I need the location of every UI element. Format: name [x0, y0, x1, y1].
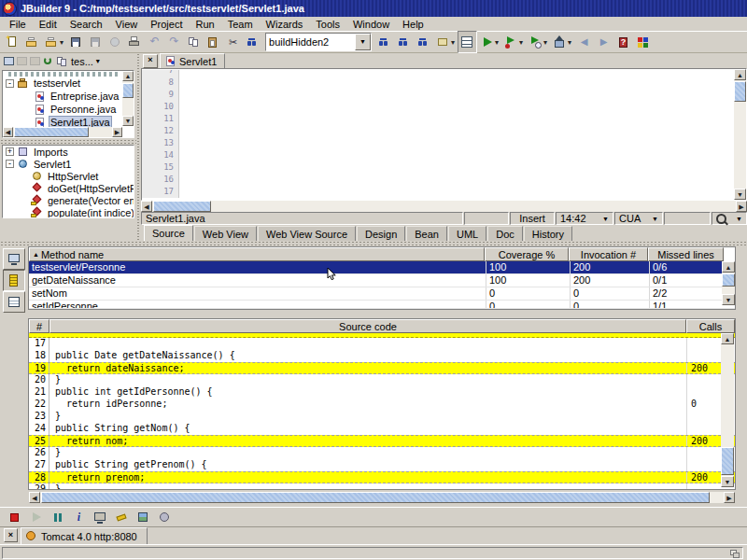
menu-item[interactable]: Help — [397, 18, 430, 31]
toolbar-button[interactable]: ▾ — [633, 31, 653, 53]
dropdown-caret-icon[interactable]: ▾ — [519, 38, 523, 47]
scrollbar-thumb[interactable] — [14, 127, 89, 137]
toolbar-button[interactable]: ▾ — [3, 31, 22, 53]
code-line[interactable]: 14 response.setContentType("text/html"); — [142, 149, 746, 161]
run-toolbar-button[interactable] — [91, 509, 110, 526]
structure-item[interactable]: doGet(HttpServletReque — [3, 182, 134, 194]
source-row[interactable]: 24 public String getNom() { — [29, 423, 735, 435]
source-row[interactable]: 27 public String getPrenom() { — [29, 459, 735, 471]
editor-hscrollbar[interactable]: ◀ ▶ — [141, 201, 747, 212]
toolbar-button[interactable]: ▾ — [501, 31, 526, 53]
source-row[interactable]: 25 return nom; 200 — [29, 435, 735, 447]
toolbar-button[interactable]: ▾ — [184, 31, 204, 53]
source-row[interactable]: 19 return dateNaissance; 200 — [29, 362, 735, 374]
toolbar-button[interactable]: ▾ — [145, 31, 164, 53]
tree-expander[interactable]: - — [6, 160, 14, 168]
title-bar[interactable]: JBuilder 9 - C:/tmp/testservlet/src/test… — [0, 0, 747, 17]
menu-item[interactable]: Search — [64, 18, 108, 31]
run-toolbar-button[interactable] — [5, 509, 24, 526]
toolbar-button[interactable]: ▾ — [433, 31, 458, 53]
menu-item[interactable]: Project — [145, 18, 188, 31]
dropdown-caret-icon[interactable]: ▾ — [568, 38, 571, 47]
scroll-down-button[interactable]: ▼ — [722, 294, 735, 305]
window-state-icon[interactable] — [728, 547, 740, 559]
structure-item[interactable]: - Servlet1 — [3, 158, 134, 170]
scroll-left-button[interactable]: ◀ — [3, 127, 13, 137]
menu-item[interactable]: File — [4, 18, 32, 31]
source-row[interactable]: 29 } — [29, 483, 735, 489]
scroll-up-button[interactable]: ▲ — [721, 333, 734, 344]
code-line[interactable]: 12 public void doGet(HttpServletRequest … — [142, 125, 746, 137]
scrollbar-thumb[interactable] — [734, 81, 746, 102]
scroll-left-button[interactable]: ◀ — [141, 201, 152, 212]
code-line[interactable]: 11 public class Servlet1 extends HttpSer… — [142, 113, 746, 125]
method-row[interactable]: setIdPersonne 0 0 1/1 — [29, 301, 735, 309]
toolbar-button[interactable]: ▾ — [458, 31, 477, 53]
dropdown-caret-icon[interactable]: ▾ — [495, 38, 499, 47]
scrollbar-thumb[interactable] — [721, 447, 734, 475]
project-selector[interactable]: tes... ▾ — [71, 56, 100, 67]
toolbar-button[interactable]: ▾ — [574, 31, 594, 53]
source-row[interactable]: 21 public int getIdPersonne() { — [29, 386, 735, 399]
run-toolbar-button[interactable] — [69, 509, 89, 526]
view-tab[interactable]: Source — [144, 225, 193, 241]
project-toolbar-button[interactable] — [42, 55, 54, 67]
tree-expander[interactable]: - — [6, 79, 14, 88]
source-table-hscrollbar[interactable]: ◀ ▶ — [29, 492, 735, 503]
column-header-coverage[interactable]: Coverage % — [485, 247, 569, 261]
structure-item[interactable]: HttpServlet — [3, 170, 134, 182]
toolbar-button[interactable]: ▾ — [594, 31, 613, 53]
scroll-right-button[interactable]: ▶ — [112, 127, 122, 137]
column-header-calls[interactable]: Calls — [686, 319, 735, 333]
column-header-line[interactable]: # — [29, 319, 49, 333]
code-line[interactable]: 13 try { — [142, 137, 746, 149]
project-toolbar-button[interactable] — [55, 55, 67, 67]
source-row[interactable]: 26 } — [29, 447, 735, 459]
view-tab[interactable]: Bean — [406, 226, 447, 241]
source-row[interactable]: 17 — [29, 338, 735, 350]
code-line[interactable]: 9 import java.text.ParseException; — [142, 89, 746, 101]
source-row[interactable]: 23 } — [29, 411, 735, 423]
source-row[interactable]: 28 return prenom; 200 — [29, 471, 735, 483]
toolbar-button[interactable]: ▾ — [550, 31, 574, 53]
scroll-down-button[interactable]: ▼ — [734, 189, 746, 200]
menu-item[interactable]: View — [110, 18, 144, 31]
structure-item[interactable]: + Imports — [3, 146, 134, 158]
view-tab[interactable]: Doc — [487, 226, 523, 241]
toolbar-button[interactable]: ▾ — [414, 31, 433, 53]
tree-expander[interactable]: + — [6, 147, 14, 156]
column-header-invocation[interactable]: Invocation # — [569, 247, 648, 261]
code-line[interactable]: 8 import java.text.*; — [142, 77, 746, 89]
project-toolbar-button[interactable] — [3, 55, 15, 67]
scrollbar-thumb[interactable] — [41, 492, 710, 503]
method-row[interactable]: getDateNaissance 100 200 0/1 — [29, 274, 735, 287]
close-file-button[interactable]: × — [143, 54, 158, 68]
status-insert-mode[interactable]: Insert — [510, 212, 555, 225]
scrollbar-thumb[interactable] — [122, 83, 134, 98]
dropdown-caret-icon[interactable]: ▾ — [543, 38, 547, 47]
code-line[interactable]: 16 Vector entreprises = new Vector(); — [142, 174, 746, 186]
scroll-left-button[interactable]: ◀ — [29, 492, 40, 503]
method-table-vscrollbar[interactable]: ▲ ▼ — [722, 261, 735, 305]
toolbar-button[interactable]: ▾ — [86, 31, 106, 53]
scroll-right-button[interactable]: ▶ — [736, 201, 747, 212]
toolbar-button[interactable]: ▾ — [42, 31, 66, 53]
source-row[interactable]: 20 } — [29, 374, 735, 386]
pane-splitter[interactable] — [0, 139, 136, 144]
column-header-method-name[interactable]: ▲ Method name — [29, 247, 485, 261]
status-caret-position[interactable]: 14:42 ▼ — [556, 212, 613, 225]
scrollbar-thumb[interactable] — [722, 273, 735, 287]
project-tree-hscrollbar[interactable]: ◀ ▶ — [3, 127, 122, 137]
project-tree-item[interactable]: Entreprise.java — [3, 90, 134, 103]
menu-item[interactable]: Window — [347, 18, 395, 31]
scrollbar-thumb[interactable] — [153, 201, 211, 212]
source-row[interactable]: 18 public Date getDateNaissance() { — [29, 350, 735, 362]
source-row[interactable]: 22 return idPersonne; 0 — [29, 399, 735, 411]
code-line[interactable]: 17 for (int i=0; i<100; i++) { — [142, 186, 746, 198]
editor-tab[interactable]: Servlet1 — [160, 53, 225, 68]
project-toolbar-button[interactable] — [16, 55, 28, 67]
scroll-up-button[interactable]: ▲ — [122, 71, 134, 81]
scroll-down-button[interactable]: ▼ — [122, 116, 134, 126]
status-zoom[interactable]: ▼ — [712, 212, 747, 225]
run-toolbar-button[interactable] — [112, 509, 132, 526]
